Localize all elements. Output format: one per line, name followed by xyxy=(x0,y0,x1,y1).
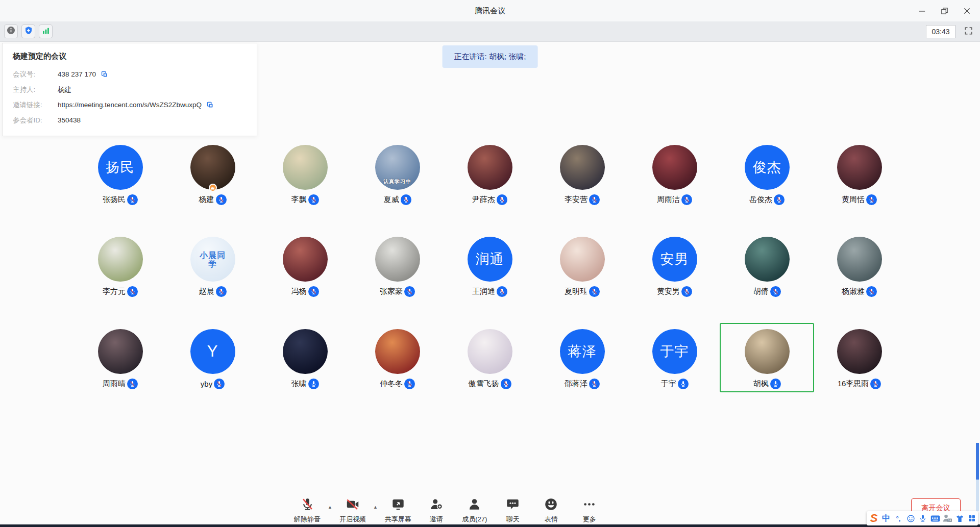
participant-tile[interactable]: 黄周恬 xyxy=(813,145,905,237)
keyboard-icon[interactable] xyxy=(929,512,941,524)
mic-muted-icon xyxy=(301,497,314,513)
mic-muted-icon xyxy=(501,379,511,389)
members-button[interactable]: 成员(27) xyxy=(461,497,488,524)
participant-tile[interactable]: 俊杰岳俊杰 xyxy=(721,145,813,237)
skin-icon[interactable] xyxy=(954,512,965,524)
avatar-initials: 扬民 xyxy=(106,158,135,177)
sogou-logo-icon[interactable]: S xyxy=(868,512,879,524)
chat-button[interactable]: 聊天 xyxy=(499,497,527,524)
chinese-mode-icon[interactable]: 中 xyxy=(880,512,892,524)
avatar xyxy=(98,329,143,374)
fullscreen-button[interactable] xyxy=(962,25,975,38)
network-signal-icon xyxy=(41,26,51,37)
punctuation-mode-icon[interactable]: °, xyxy=(893,512,904,524)
window-title: 腾讯会议 xyxy=(0,0,980,21)
avatar: 认真学习中 xyxy=(375,145,420,190)
participant-tile[interactable]: 周雨洁 xyxy=(628,145,721,237)
expand-arrow-icon[interactable]: ▲ xyxy=(373,505,378,510)
mic-muted-button[interactable]: 解除静音 xyxy=(293,497,321,524)
invite-button[interactable]: 邀请 xyxy=(423,497,450,524)
participant-tile[interactable]: 杨建 xyxy=(166,145,259,237)
participant-name-row: 黄周恬 xyxy=(842,194,877,205)
avatar xyxy=(283,237,328,282)
copy-icon[interactable] xyxy=(206,101,214,109)
participant-name-row: 黄安男 xyxy=(657,286,692,297)
participant-tile[interactable]: 夏明珏 xyxy=(536,237,628,329)
toolbar-label: 聊天 xyxy=(506,515,520,524)
participant-tile[interactable]: 仲冬冬 xyxy=(351,329,444,421)
share-screen-button[interactable]: 共享屏幕 xyxy=(384,497,412,524)
avatar: 安男 xyxy=(652,237,697,282)
meeting-info-button[interactable] xyxy=(4,24,18,38)
restore-button[interactable] xyxy=(933,0,955,21)
participant-tile[interactable]: Yyby xyxy=(166,329,259,421)
minimize-button[interactable] xyxy=(911,0,933,21)
emoji-icon xyxy=(544,497,558,513)
invite-icon xyxy=(429,497,444,513)
avatar xyxy=(652,145,697,190)
avatar xyxy=(468,329,512,374)
participant-tile[interactable]: 蒋泽邵蒋泽 xyxy=(536,329,628,421)
chat-icon xyxy=(506,497,520,513)
participant-tile[interactable]: 张家豪 xyxy=(351,237,444,329)
participant-tile[interactable]: 张啸 xyxy=(259,329,351,421)
participant-name: 仲冬冬 xyxy=(380,379,403,389)
participant-tile[interactable]: 认真学习中夏威 xyxy=(351,145,444,237)
avatar xyxy=(375,237,420,282)
participant-tile[interactable]: 李方元 xyxy=(74,237,166,329)
participant-tile[interactable]: 小晨同学赵晨 xyxy=(166,237,259,329)
participant-name: 16李思雨 xyxy=(838,379,869,389)
avatar-initials: 于宇 xyxy=(660,342,689,361)
emoji-picker-icon[interactable] xyxy=(905,512,916,524)
participant-tile[interactable]: 胡倩 xyxy=(721,237,813,329)
participant-name-row: 胡枫 xyxy=(753,379,781,389)
avatar xyxy=(98,237,143,282)
copy-icon[interactable] xyxy=(101,70,108,78)
participant-tile[interactable]: 冯杨 xyxy=(259,237,351,329)
participant-name: 杨淑雅 xyxy=(842,287,865,296)
apps-grid-icon[interactable] xyxy=(966,512,977,524)
avatar: 于宇 xyxy=(652,329,697,374)
participant-tile[interactable]: 杨淑雅 xyxy=(813,237,905,329)
avatar-initials: 润通 xyxy=(476,250,504,268)
participant-tile[interactable]: 16李思雨 xyxy=(813,329,905,421)
participant-tile[interactable]: 周雨晴 xyxy=(74,329,166,421)
avatar-initials: 蒋泽 xyxy=(568,342,597,361)
emoji-button[interactable]: 表情 xyxy=(537,497,565,524)
close-button[interactable] xyxy=(955,0,978,21)
user-count-icon[interactable]: 14 xyxy=(942,512,953,524)
camera-muted-button[interactable]: 开启视频 xyxy=(339,497,366,524)
expand-arrow-icon[interactable]: ▲ xyxy=(328,505,332,510)
avatar xyxy=(283,145,328,190)
participant-tile[interactable]: 安男黄安男 xyxy=(628,237,721,329)
security-button[interactable] xyxy=(21,24,35,38)
avatar xyxy=(560,145,605,190)
participant-name-row: 李方元 xyxy=(103,286,138,297)
more-button[interactable]: 更多 xyxy=(576,497,603,524)
avatar xyxy=(837,237,882,282)
mic-muted-icon xyxy=(404,286,415,297)
participant-tile[interactable]: 李飘 xyxy=(259,145,351,237)
participant-name: 赵晨 xyxy=(199,287,214,296)
participant-name-row: 于宇 xyxy=(661,379,689,389)
mic-muted-icon xyxy=(308,194,319,205)
participant-name-row: yby xyxy=(201,379,225,389)
fullscreen-icon xyxy=(964,26,973,38)
participant-name: 傲雪飞扬 xyxy=(469,379,499,389)
participant-tile[interactable]: 傲雪飞扬 xyxy=(444,329,536,421)
network-quality-button[interactable] xyxy=(39,24,53,38)
participant-name-row: 李安营 xyxy=(565,194,600,205)
info-label: 主持人: xyxy=(13,85,58,94)
participant-tile[interactable]: 于宇于宇 xyxy=(628,329,721,421)
participant-name: 尹薛杰 xyxy=(472,195,495,205)
participant-tile[interactable]: 李安营 xyxy=(536,145,628,237)
participant-tile[interactable]: 扬民张扬民 xyxy=(74,145,166,237)
participant-tile[interactable]: 胡枫 xyxy=(721,329,813,421)
more-icon xyxy=(582,497,596,513)
voice-input-icon[interactable] xyxy=(917,512,928,524)
participant-name: 王润通 xyxy=(472,287,495,296)
taskbar-edge xyxy=(0,524,980,527)
participant-tile[interactable]: 尹薛杰 xyxy=(444,145,536,237)
participant-name-row: 赵晨 xyxy=(199,286,227,297)
participant-tile[interactable]: 润通王润通 xyxy=(444,237,536,329)
